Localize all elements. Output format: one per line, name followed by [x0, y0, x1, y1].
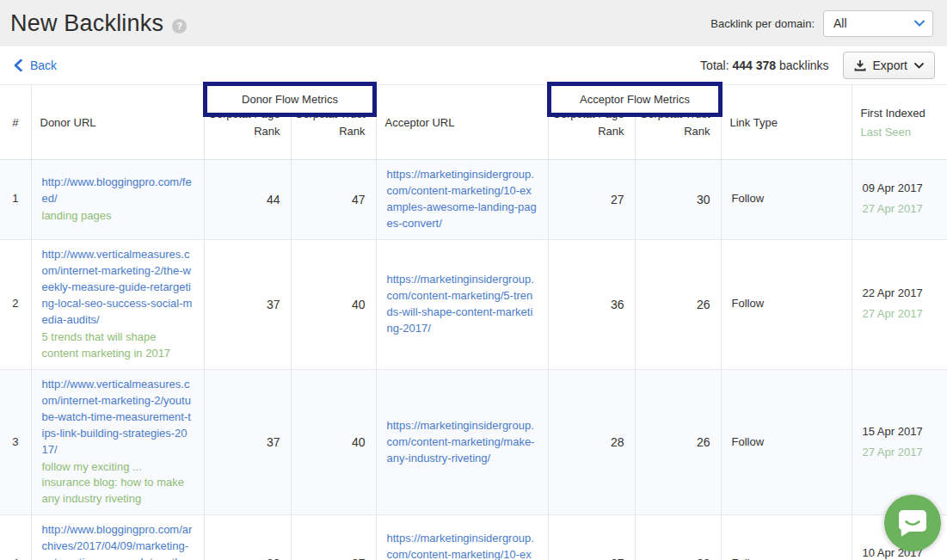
dates-cell: 22 Apr 2017 27 Apr 2017: [852, 239, 947, 369]
acceptor-url-cell: https://marketinginsidergroup.com/conten…: [376, 515, 548, 560]
donor-url-link[interactable]: http://www.bloggingpro.com/feed/: [42, 175, 194, 207]
acceptor-url-link[interactable]: https://marketinginsidergroup.com/conten…: [387, 167, 538, 232]
acceptor-page-rank-value: 27: [548, 160, 635, 240]
export-label: Export: [873, 58, 907, 72]
backlinks-table-wrap: Donor Flow Metrics Acceptor Flow Metrics…: [0, 84, 947, 560]
header-dates: First Indexed Last Seen: [852, 85, 947, 160]
donor-url-link[interactable]: http://www.bloggingpro.com/archives/2017…: [42, 522, 194, 560]
row-index: 2: [0, 239, 31, 369]
acceptor-trust-rank-value: 26: [635, 239, 721, 369]
chat-bubble-icon: [898, 509, 927, 538]
toolbar: Back Total: 444 378 backlinks Export: [0, 46, 947, 84]
donor-trust-rank-value: 40: [291, 369, 376, 515]
acceptor-flow-metrics-group-header: Acceptor Flow Metrics: [547, 82, 723, 117]
header-donor-url: Donor URL: [31, 85, 204, 160]
table-row: 3 http://www.verticalmeasures.com/intern…: [0, 369, 947, 515]
link-type-value: Follow: [721, 369, 852, 515]
donor-url-cell: http://www.bloggingpro.com/archives/2017…: [31, 515, 204, 560]
last-seen-date: 27 Apr 2017: [863, 306, 938, 323]
header-acceptor-url: Acceptor URL: [376, 85, 548, 160]
acceptor-trust-rank-value: 30: [635, 515, 721, 560]
header-first-indexed: First Indexed: [861, 107, 939, 120]
link-type-value: Follow: [721, 239, 852, 369]
backlink-per-domain-value: All: [833, 16, 847, 30]
donor-anchor-text: follow my exciting ... insurance blog: h…: [42, 459, 194, 508]
backlinks-table: # Donor URL Serpstat Page Rank Serpstat …: [0, 84, 947, 560]
total-backlinks-text: Total: 444 378 backlinks: [700, 58, 828, 72]
chevron-down-icon: [914, 63, 924, 69]
first-indexed-date: 22 Apr 2017: [863, 286, 938, 302]
report-card: Back Total: 444 378 backlinks Export Don…: [0, 46, 947, 560]
donor-page-rank-value: 37: [204, 369, 291, 515]
total-label: Total:: [700, 58, 729, 72]
export-button[interactable]: Export: [843, 52, 935, 79]
acceptor-page-rank-value: 27: [548, 515, 635, 560]
header-index: #: [0, 85, 31, 160]
donor-page-rank-value: 44: [204, 160, 291, 240]
page-header: New Backlinks ? Backlink per domain: All: [0, 0, 947, 46]
dates-cell: 15 Apr 2017 27 Apr 2017: [852, 369, 947, 515]
donor-url-cell: http://www.bloggingpro.com/feed/ landing…: [31, 160, 204, 240]
last-seen-date: 27 Apr 2017: [863, 445, 938, 461]
donor-flow-metrics-group-header: Donor Flow Metrics: [203, 82, 377, 117]
donor-url-link[interactable]: http://www.verticalmeasures.com/internet…: [42, 377, 194, 458]
donor-trust-rank-value: 40: [291, 239, 376, 369]
chevron-left-icon: [14, 59, 22, 71]
header-last-seen: Last Seen: [861, 126, 939, 138]
donor-anchor-text: 5 trends that will shape content marketi…: [42, 329, 194, 362]
table-row: 4 http://www.bloggingpro.com/archives/20…: [0, 515, 947, 560]
first-indexed-date: 09 Apr 2017: [863, 181, 938, 197]
acceptor-url-cell: https://marketinginsidergroup.com/conten…: [376, 369, 548, 515]
acceptor-url-link[interactable]: https://marketinginsidergroup.com/conten…: [387, 531, 538, 560]
donor-url-cell: http://www.verticalmeasures.com/internet…: [31, 239, 204, 369]
help-icon[interactable]: ?: [172, 19, 187, 34]
donor-url-link[interactable]: http://www.verticalmeasures.com/internet…: [42, 247, 194, 329]
link-type-value: Follow: [721, 515, 852, 560]
page-title: New Backlinks: [10, 10, 163, 37]
acceptor-url-link[interactable]: https://marketinginsidergroup.com/conten…: [387, 418, 538, 467]
donor-trust-rank-value: 47: [291, 160, 376, 240]
link-type-value: Follow: [721, 160, 852, 240]
back-button[interactable]: Back: [14, 58, 57, 72]
acceptor-page-rank-value: 28: [548, 369, 635, 515]
acceptor-trust-rank-value: 26: [635, 369, 721, 515]
table-row: 1 http://www.bloggingpro.com/feed/ landi…: [0, 160, 947, 240]
last-seen-date: 27 Apr 2017: [863, 201, 938, 218]
total-suffix: backlinks: [776, 58, 828, 72]
chevron-down-icon: [914, 20, 925, 27]
donor-url-cell: http://www.verticalmeasures.com/internet…: [31, 369, 204, 515]
acceptor-url-cell: https://marketinginsidergroup.com/conten…: [376, 239, 548, 369]
backlink-per-domain-label: Backlink per domain:: [710, 17, 815, 30]
backlink-per-domain-select[interactable]: All: [823, 10, 933, 37]
acceptor-url-cell: https://marketinginsidergroup.com/conten…: [376, 160, 548, 240]
download-icon: [854, 59, 866, 71]
acceptor-url-link[interactable]: https://marketinginsidergroup.com/conten…: [387, 272, 538, 337]
first-indexed-date: 15 Apr 2017: [863, 424, 938, 440]
total-value: 444 378: [732, 58, 776, 72]
acceptor-page-rank-value: 36: [548, 239, 635, 369]
donor-trust-rank-value: 37: [291, 515, 376, 560]
acceptor-trust-rank-value: 30: [635, 160, 721, 240]
donor-anchor-text: landing pages: [42, 208, 194, 225]
row-index: 1: [0, 160, 31, 240]
table-header-row: # Donor URL Serpstat Page Rank Serpstat …: [0, 85, 947, 160]
donor-page-rank-value: 33: [204, 515, 291, 560]
row-index: 3: [0, 369, 31, 515]
donor-page-rank-value: 37: [204, 239, 291, 369]
dates-cell: 09 Apr 2017 27 Apr 2017: [852, 160, 947, 240]
table-row: 2 http://www.verticalmeasures.com/intern…: [0, 239, 947, 369]
chat-widget-button[interactable]: [884, 495, 941, 551]
row-index: 4: [0, 515, 31, 560]
donor-group-label: Donor Flow Metrics: [242, 93, 338, 106]
acceptor-group-label: Acceptor Flow Metrics: [580, 93, 690, 106]
back-label: Back: [30, 58, 57, 72]
header-link-type: Link Type: [721, 85, 852, 160]
